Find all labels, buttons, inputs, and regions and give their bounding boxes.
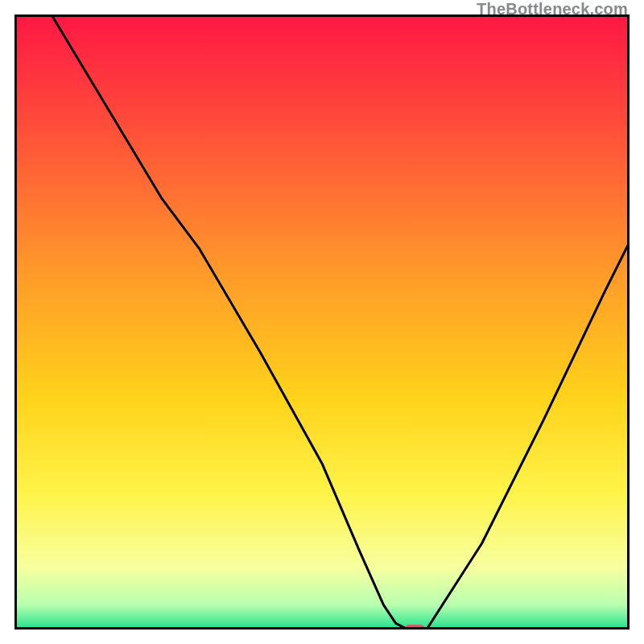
plot-area: [14, 14, 630, 630]
optimal-marker: [404, 625, 425, 630]
watermark: TheBottleneck.com: [477, 0, 628, 19]
bottleneck-curve: [14, 14, 630, 630]
